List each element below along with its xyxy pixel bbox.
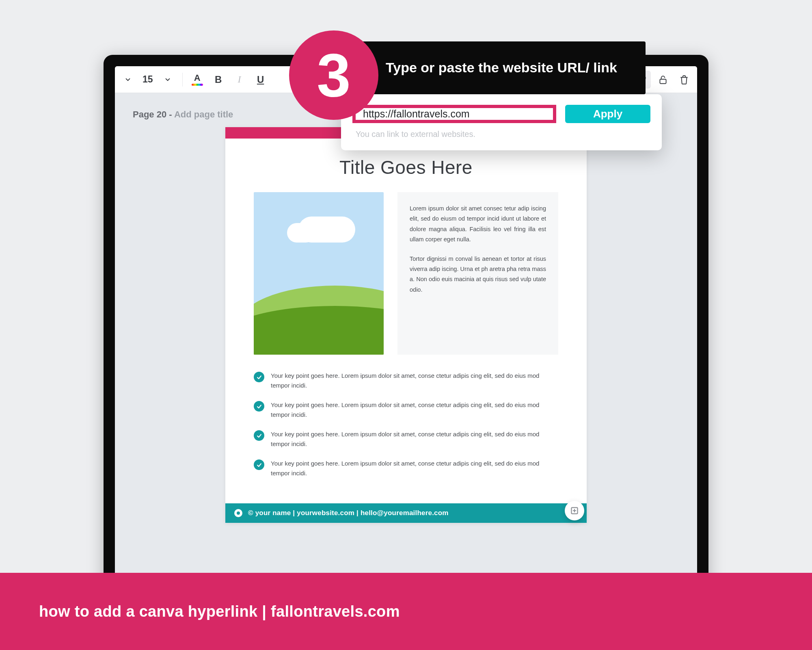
doc-footer[interactable]: © your name | yourwebsite.com | hello@yo… [225,503,587,523]
paragraph: Tortor dignissi m conval lis aenean et t… [410,254,546,295]
list-item[interactable]: Your key point goes here. Lorem ipsum do… [254,459,558,478]
step-instruction-banner: Type or paste the website URL/ link [333,41,646,94]
paragraph: Lorem ipsum dolor sit amet consec tetur … [410,204,546,245]
bullet-text: Your key point goes here. Lorem ipsum do… [271,400,558,420]
bold-button[interactable]: B [209,71,227,89]
check-icon [254,430,264,441]
link-input-highlight [352,105,556,123]
link-popover: Apply You can link to external websites. [341,94,662,150]
bullet-text: Your key point goes here. Lorem ipsum do… [271,429,558,449]
footer-text: © your name | yourwebsite.com | hello@yo… [248,509,449,517]
italic-button[interactable]: I [231,71,248,89]
bullet-text: Your key point goes here. Lorem ipsum do… [271,371,558,390]
document-canvas[interactable]: Title Goes Here Lorem ipsum dolor sit am… [225,127,587,523]
link-hint-text: You can link to external websites. [356,130,650,139]
cloud-shape [298,217,355,243]
trash-icon[interactable] [675,71,693,89]
doc-title[interactable]: Title Goes Here [225,156,587,178]
check-icon [254,459,264,470]
image-placeholder[interactable] [254,192,384,355]
separator [182,73,183,87]
body-text-block[interactable]: Lorem ipsum dolor sit amet consec tetur … [397,192,558,355]
page-fab[interactable] [565,501,584,520]
list-item[interactable]: Your key point goes here. Lorem ipsum do… [254,371,558,390]
two-column-row: Lorem ipsum dolor sit amet consec tetur … [225,192,587,355]
underline-button[interactable]: U [252,71,270,89]
step-instruction-text: Type or paste the website URL/ link [386,58,617,77]
text-color-button[interactable]: A [188,71,206,89]
check-icon [254,401,264,412]
font-size-value: 15 [140,74,155,85]
page-title-placeholder: Add page title [174,109,233,119]
step-number: 3 [317,45,350,106]
text-color-letter: A [194,74,201,82]
pin-icon [234,509,242,517]
bullet-list: Your key point goes here. Lorem ipsum do… [225,355,587,496]
banner-text: how to add a canva hyperlink | fallontra… [39,603,400,620]
page-area: Page 20 - Add page title Title Goes Here… [115,93,697,523]
apply-button[interactable]: Apply [565,105,650,123]
hill-shape [254,306,384,355]
page-number: Page 20 - [133,109,174,119]
tutorial-footer-banner: how to add a canva hyperlink | fallontra… [0,573,812,650]
bullet-text: Your key point goes here. Lorem ipsum do… [271,459,558,478]
list-item[interactable]: Your key point goes here. Lorem ipsum do… [254,429,558,449]
font-size-dropdown[interactable] [159,71,177,89]
rainbow-swatch [192,84,203,86]
lock-icon[interactable] [654,71,672,89]
svg-rect-6 [660,79,666,83]
link-url-input[interactable] [363,108,546,120]
list-item[interactable]: Your key point goes here. Lorem ipsum do… [254,400,558,420]
font-dropdown[interactable] [119,71,137,89]
step-number-badge: 3 [289,30,378,120]
check-icon [254,372,264,382]
